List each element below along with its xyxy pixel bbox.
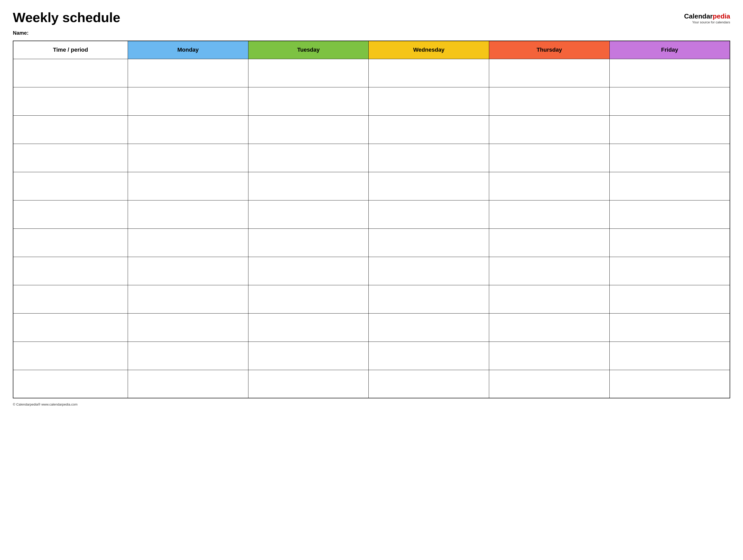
table-row — [13, 144, 730, 172]
cell-row10-col0[interactable] — [13, 342, 128, 370]
col-header-tuesday: Tuesday — [248, 41, 369, 59]
cell-row10-col1[interactable] — [128, 342, 248, 370]
cell-row8-col4[interactable] — [489, 285, 610, 313]
cell-row3-col5[interactable] — [609, 144, 730, 172]
cell-row2-col5[interactable] — [609, 115, 730, 144]
cell-row2-col1[interactable] — [128, 115, 248, 144]
cell-row1-col2[interactable] — [248, 87, 369, 115]
logo-subtitle: Your source for calendars — [684, 20, 730, 24]
cell-row9-col4[interactable] — [489, 313, 610, 342]
table-row — [13, 59, 730, 87]
table-row — [13, 370, 730, 398]
cell-row7-col2[interactable] — [248, 257, 369, 285]
col-header-monday: Monday — [128, 41, 248, 59]
cell-row1-col4[interactable] — [489, 87, 610, 115]
page-header: Weekly schedule Calendarpedia Your sourc… — [13, 10, 730, 25]
cell-row0-col4[interactable] — [489, 59, 610, 87]
cell-row2-col3[interactable] — [369, 115, 489, 144]
cell-row1-col5[interactable] — [609, 87, 730, 115]
cell-row3-col1[interactable] — [128, 144, 248, 172]
cell-row11-col2[interactable] — [248, 370, 369, 398]
cell-row6-col4[interactable] — [489, 228, 610, 257]
cell-row6-col5[interactable] — [609, 228, 730, 257]
cell-row4-col2[interactable] — [248, 172, 369, 200]
cell-row8-col5[interactable] — [609, 285, 730, 313]
col-header-thursday: Thursday — [489, 41, 610, 59]
cell-row10-col5[interactable] — [609, 342, 730, 370]
cell-row5-col3[interactable] — [369, 200, 489, 228]
cell-row7-col5[interactable] — [609, 257, 730, 285]
table-row — [13, 172, 730, 200]
cell-row3-col2[interactable] — [248, 144, 369, 172]
cell-row6-col3[interactable] — [369, 228, 489, 257]
copyright-text: © Calendarpedia® www.calendarpedia.com — [13, 402, 78, 406]
cell-row8-col2[interactable] — [248, 285, 369, 313]
table-row — [13, 285, 730, 313]
cell-row11-col5[interactable] — [609, 370, 730, 398]
cell-row5-col5[interactable] — [609, 200, 730, 228]
page-title: Weekly schedule — [13, 10, 120, 25]
cell-row10-col2[interactable] — [248, 342, 369, 370]
cell-row4-col4[interactable] — [489, 172, 610, 200]
schedule-table: Time / period Monday Tuesday Wednesday T… — [13, 41, 730, 398]
cell-row6-col0[interactable] — [13, 228, 128, 257]
cell-row7-col0[interactable] — [13, 257, 128, 285]
logo-calendar: Calendar — [684, 12, 713, 20]
cell-row1-col0[interactable] — [13, 87, 128, 115]
cell-row8-col0[interactable] — [13, 285, 128, 313]
table-row — [13, 342, 730, 370]
logo-pedia: pedia — [713, 12, 730, 20]
cell-row11-col1[interactable] — [128, 370, 248, 398]
cell-row8-col1[interactable] — [128, 285, 248, 313]
cell-row11-col4[interactable] — [489, 370, 610, 398]
cell-row10-col4[interactable] — [489, 342, 610, 370]
cell-row4-col1[interactable] — [128, 172, 248, 200]
cell-row1-col1[interactable] — [128, 87, 248, 115]
cell-row5-col2[interactable] — [248, 200, 369, 228]
schedule-body — [13, 59, 730, 398]
cell-row7-col4[interactable] — [489, 257, 610, 285]
cell-row0-col3[interactable] — [369, 59, 489, 87]
cell-row11-col0[interactable] — [13, 370, 128, 398]
table-row — [13, 228, 730, 257]
cell-row3-col4[interactable] — [489, 144, 610, 172]
cell-row6-col2[interactable] — [248, 228, 369, 257]
cell-row10-col3[interactable] — [369, 342, 489, 370]
footer: © Calendarpedia® www.calendarpedia.com — [13, 402, 730, 406]
cell-row2-col2[interactable] — [248, 115, 369, 144]
col-header-wednesday: Wednesday — [369, 41, 489, 59]
cell-row1-col3[interactable] — [369, 87, 489, 115]
cell-row2-col4[interactable] — [489, 115, 610, 144]
cell-row7-col1[interactable] — [128, 257, 248, 285]
cell-row6-col1[interactable] — [128, 228, 248, 257]
cell-row7-col3[interactable] — [369, 257, 489, 285]
table-row — [13, 200, 730, 228]
cell-row0-col5[interactable] — [609, 59, 730, 87]
cell-row9-col2[interactable] — [248, 313, 369, 342]
cell-row9-col3[interactable] — [369, 313, 489, 342]
cell-row11-col3[interactable] — [369, 370, 489, 398]
cell-row8-col3[interactable] — [369, 285, 489, 313]
cell-row5-col4[interactable] — [489, 200, 610, 228]
col-header-friday: Friday — [609, 41, 730, 59]
table-row — [13, 257, 730, 285]
cell-row0-col1[interactable] — [128, 59, 248, 87]
cell-row4-col5[interactable] — [609, 172, 730, 200]
cell-row2-col0[interactable] — [13, 115, 128, 144]
cell-row0-col0[interactable] — [13, 59, 128, 87]
cell-row9-col0[interactable] — [13, 313, 128, 342]
cell-row3-col0[interactable] — [13, 144, 128, 172]
logo-text: Calendarpedia — [684, 12, 730, 20]
table-row — [13, 87, 730, 115]
cell-row9-col5[interactable] — [609, 313, 730, 342]
table-row — [13, 115, 730, 144]
cell-row4-col0[interactable] — [13, 172, 128, 200]
cell-row3-col3[interactable] — [369, 144, 489, 172]
cell-row9-col1[interactable] — [128, 313, 248, 342]
cell-row5-col1[interactable] — [128, 200, 248, 228]
cell-row4-col3[interactable] — [369, 172, 489, 200]
table-row — [13, 313, 730, 342]
cell-row5-col0[interactable] — [13, 200, 128, 228]
cell-row0-col2[interactable] — [248, 59, 369, 87]
name-label: Name: — [13, 30, 730, 36]
